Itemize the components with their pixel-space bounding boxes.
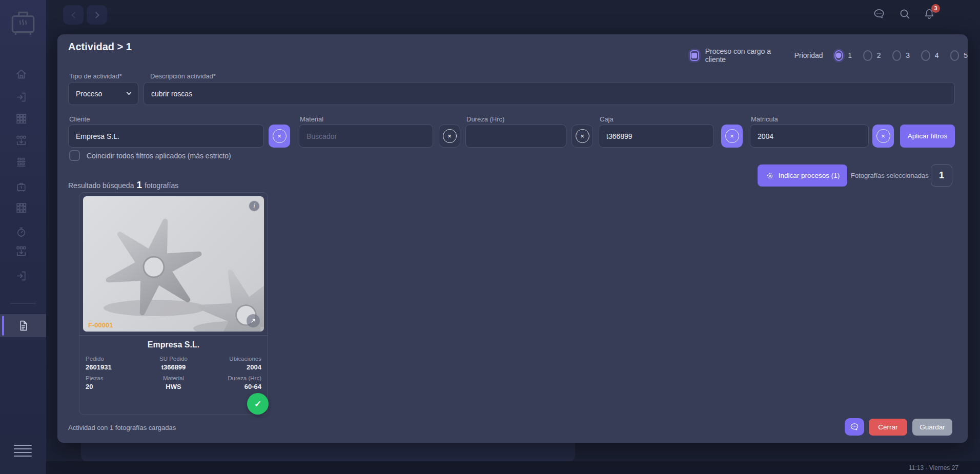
card-field-dureza: Dureza (Hrc) 60-64 (203, 375, 261, 390)
gauge-icon (15, 225, 28, 238)
selected-check-badge: ✓ (247, 393, 269, 415)
caja-label: Caja (600, 115, 614, 123)
impeller-parts-photo (83, 196, 264, 332)
sidebar-item-receive[interactable] (14, 134, 28, 147)
card-field-material: Material HWS (144, 375, 202, 390)
menu-button[interactable] (14, 445, 32, 457)
clock-text: 11:13 - Viernes 27 (909, 464, 958, 471)
notifications-button[interactable]: 3 (922, 6, 937, 22)
gear-icon (765, 171, 774, 180)
matricula-input[interactable] (750, 125, 869, 148)
close-button[interactable]: Cerrar (869, 419, 907, 436)
sign-out-icon (15, 270, 28, 282)
priority-label: Prioridad (794, 51, 823, 59)
sidebar-item-gauge[interactable] (14, 225, 28, 238)
save-button[interactable]: Guardar (912, 419, 952, 436)
sidebar-item-home[interactable] (14, 67, 28, 80)
close-icon: × (443, 129, 457, 143)
indicate-processes-label: Indicar procesos (1) (779, 172, 840, 179)
card-field-pedido: Pedido 2601931 (86, 356, 144, 371)
chat-bubble-icon (849, 422, 860, 432)
charge-checkbox[interactable] (690, 50, 699, 61)
description-input[interactable] (144, 82, 955, 105)
card-field-ubicaciones: Ubicaciones 2004 (203, 356, 261, 371)
modules-grid-alt-icon (15, 201, 28, 214)
dureza-clear-button[interactable]: × (571, 125, 593, 148)
sign-in-icon (15, 91, 28, 104)
close-icon: × (725, 129, 739, 143)
modal-title: Actividad > 1 (68, 41, 132, 53)
close-icon: × (876, 129, 890, 143)
sidebar-item-activities-active[interactable] (0, 314, 46, 337)
priority-radio-3[interactable] (892, 50, 902, 61)
menu-icon (14, 445, 32, 446)
results-suffix: fotografías (145, 181, 178, 190)
priority-option-label: 2 (877, 51, 881, 59)
results-prefix: Resultado búsqueda (68, 181, 134, 190)
strict-filter-label: Coincidir todos filtros aplicados (más e… (87, 152, 231, 160)
background-page-panel (81, 443, 575, 462)
active-indicator-bar (2, 316, 4, 336)
selected-photos-count: 1 (931, 164, 952, 187)
checkbox-check-icon (691, 53, 697, 58)
priority-radio-4[interactable] (921, 50, 930, 61)
cliente-label: Cliente (69, 115, 90, 123)
expand-button[interactable] (247, 314, 260, 327)
strict-filter-checkbox[interactable] (69, 150, 80, 161)
caja-input[interactable] (599, 125, 714, 148)
photo-thumbnail[interactable]: F-00001 i (83, 196, 264, 332)
expand-arrow-icon (250, 317, 257, 324)
charge-priority-row: Proceso con cargo a cliente Prioridad 1 … (690, 49, 968, 62)
company-name: Empresa S.L. (79, 340, 268, 349)
apply-filters-button[interactable]: Aplicar filtros (900, 125, 955, 148)
sidebar (0, 0, 46, 474)
nav-back-button[interactable] (63, 5, 84, 25)
home-icon (15, 68, 28, 80)
footer-chat-button[interactable] (845, 418, 864, 436)
pallet-icon (15, 156, 28, 169)
caja-clear-button[interactable]: × (721, 125, 743, 148)
photo-card[interactable]: F-00001 i Empresa S.L. Pedido 2601931 SU… (79, 192, 268, 415)
sidebar-item-furnace[interactable] (14, 180, 28, 193)
priority-radio-1[interactable] (834, 50, 844, 61)
sidebar-item-sign-out[interactable] (14, 269, 28, 282)
material-input[interactable] (299, 125, 433, 148)
close-icon: × (576, 129, 589, 143)
card-field-piezas: Piezas 20 (86, 375, 144, 390)
app-logo-furnace-icon[interactable] (8, 8, 38, 35)
chevron-left-icon (71, 12, 78, 18)
description-label: Descripción actividad* (150, 72, 216, 80)
priority-option-label: 5 (964, 51, 968, 59)
chat-bubble-icon (872, 7, 886, 20)
strict-filter-row: Coincidir todos filtros aplicados (más e… (69, 150, 231, 161)
indicate-processes-button[interactable]: Indicar procesos (1) (758, 164, 847, 187)
sidebar-item-sign-in[interactable] (14, 90, 28, 104)
chat-button[interactable] (871, 6, 887, 22)
cliente-input[interactable] (68, 125, 264, 148)
priority-radio-5[interactable] (950, 50, 959, 61)
sidebar-item-modules[interactable] (14, 112, 28, 125)
sidebar-item-modules-alt[interactable] (14, 201, 28, 214)
charge-label: Proceso con cargo a cliente (705, 47, 777, 64)
info-icon[interactable]: i (249, 200, 260, 212)
status-bar: 11:13 - Viernes 27 (46, 461, 980, 474)
results-count: 1 (136, 179, 142, 191)
nav-forward-button[interactable] (87, 5, 107, 25)
priority-option-label: 4 (935, 51, 939, 59)
activity-modal: Actividad > 1 Proceso con cargo a client… (57, 34, 968, 443)
photo-card-details: Empresa S.L. Pedido 2601931 SU Pedido t3… (79, 335, 268, 390)
search-button[interactable] (897, 6, 912, 22)
material-clear-button[interactable]: × (439, 125, 460, 148)
sidebar-item-pallet[interactable] (14, 156, 28, 169)
priority-option-label: 3 (906, 51, 910, 59)
dureza-input[interactable] (465, 125, 566, 148)
receive-tray-alt-icon (15, 245, 28, 258)
cliente-clear-button[interactable]: × (269, 125, 290, 148)
activity-type-value: Proceso (76, 90, 102, 98)
material-label: Material (300, 115, 323, 123)
modules-grid-icon (15, 112, 28, 125)
matricula-clear-button[interactable]: × (872, 125, 894, 148)
sidebar-item-receive-alt[interactable] (14, 244, 28, 258)
activity-type-select[interactable]: Proceso (68, 82, 138, 105)
priority-radio-2[interactable] (863, 50, 872, 61)
